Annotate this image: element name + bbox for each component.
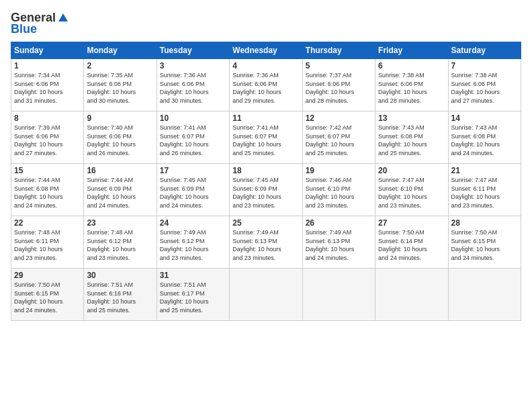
calendar-day-26: 26Sunrise: 7:49 AM Sunset: 6:13 PM Dayli…: [302, 216, 375, 269]
calendar-day-27: 27Sunrise: 7:50 AM Sunset: 6:14 PM Dayli…: [375, 216, 448, 269]
empty-cell: [230, 269, 302, 321]
calendar-day-15: 15Sunrise: 7:44 AM Sunset: 6:08 PM Dayli…: [11, 164, 84, 216]
page: General Blue SundayMondayTuesdayWednesda…: [0, 0, 532, 411]
weekday-header-wednesday: Wednesday: [230, 42, 302, 59]
weekday-header-row: SundayMondayTuesdayWednesdayThursdayFrid…: [11, 42, 521, 59]
day-number: 25: [232, 218, 299, 228]
calendar-day-1: 1Sunrise: 7:34 AM Sunset: 6:06 PM Daylig…: [11, 59, 84, 111]
calendar-week-5: 29Sunrise: 7:50 AM Sunset: 6:15 PM Dayli…: [11, 269, 521, 321]
day-info: Sunrise: 7:50 AM Sunset: 6:14 PM Dayligh…: [378, 228, 445, 262]
calendar-day-5: 5Sunrise: 7:37 AM Sunset: 6:06 PM Daylig…: [302, 59, 375, 111]
calendar-week-4: 22Sunrise: 7:48 AM Sunset: 6:11 PM Dayli…: [11, 216, 521, 269]
empty-cell: [302, 269, 375, 321]
day-number: 26: [306, 218, 372, 228]
day-info: Sunrise: 7:34 AM Sunset: 6:06 PM Dayligh…: [14, 71, 81, 105]
day-number: 24: [160, 218, 226, 228]
day-number: 8: [14, 113, 81, 123]
calendar-week-3: 15Sunrise: 7:44 AM Sunset: 6:08 PM Dayli…: [11, 164, 521, 216]
day-number: 15: [14, 166, 81, 175]
day-number: 30: [87, 271, 153, 280]
day-info: Sunrise: 7:43 AM Sunset: 6:08 PM Dayligh…: [378, 124, 445, 157]
svg-marker-0: [58, 13, 68, 21]
day-info: Sunrise: 7:47 AM Sunset: 6:11 PM Dayligh…: [451, 176, 518, 210]
day-info: Sunrise: 7:49 AM Sunset: 6:12 PM Dayligh…: [160, 228, 226, 262]
calendar-day-13: 13Sunrise: 7:43 AM Sunset: 6:08 PM Dayli…: [375, 111, 448, 164]
calendar-day-11: 11Sunrise: 7:41 AM Sunset: 6:07 PM Dayli…: [230, 111, 302, 164]
calendar-day-24: 24Sunrise: 7:49 AM Sunset: 6:12 PM Dayli…: [157, 216, 229, 269]
day-number: 19: [306, 166, 372, 175]
calendar-table: SundayMondayTuesdayWednesdayThursdayFrid…: [11, 42, 521, 321]
day-info: Sunrise: 7:50 AM Sunset: 6:15 PM Dayligh…: [451, 228, 518, 262]
day-info: Sunrise: 7:38 AM Sunset: 6:06 PM Dayligh…: [451, 71, 518, 105]
weekday-header-tuesday: Tuesday: [157, 42, 229, 59]
calendar-day-29: 29Sunrise: 7:50 AM Sunset: 6:15 PM Dayli…: [11, 269, 84, 321]
day-number: 6: [378, 61, 445, 71]
day-number: 11: [232, 113, 299, 123]
day-number: 10: [160, 113, 226, 123]
day-number: 9: [87, 113, 153, 123]
day-number: 3: [160, 61, 226, 71]
day-number: 21: [451, 166, 518, 175]
day-info: Sunrise: 7:43 AM Sunset: 6:08 PM Dayligh…: [451, 124, 518, 157]
calendar-day-6: 6Sunrise: 7:38 AM Sunset: 6:06 PM Daylig…: [375, 59, 448, 111]
day-number: 13: [378, 113, 445, 123]
calendar-day-20: 20Sunrise: 7:47 AM Sunset: 6:10 PM Dayli…: [375, 164, 448, 216]
day-info: Sunrise: 7:50 AM Sunset: 6:15 PM Dayligh…: [14, 281, 81, 314]
logo: General Blue: [11, 11, 69, 36]
calendar-day-7: 7Sunrise: 7:38 AM Sunset: 6:06 PM Daylig…: [448, 59, 521, 111]
calendar-day-4: 4Sunrise: 7:36 AM Sunset: 6:06 PM Daylig…: [230, 59, 302, 111]
calendar-day-8: 8Sunrise: 7:39 AM Sunset: 6:06 PM Daylig…: [11, 111, 84, 164]
day-number: 18: [232, 166, 299, 175]
calendar-day-25: 25Sunrise: 7:49 AM Sunset: 6:13 PM Dayli…: [230, 216, 302, 269]
weekday-header-thursday: Thursday: [302, 42, 375, 59]
empty-cell: [448, 269, 521, 321]
day-info: Sunrise: 7:40 AM Sunset: 6:06 PM Dayligh…: [87, 124, 153, 157]
day-number: 4: [232, 61, 299, 71]
day-number: 20: [378, 166, 445, 175]
day-info: Sunrise: 7:47 AM Sunset: 6:10 PM Dayligh…: [378, 176, 445, 210]
day-info: Sunrise: 7:36 AM Sunset: 6:06 PM Dayligh…: [232, 71, 299, 105]
day-number: 16: [87, 166, 153, 175]
day-info: Sunrise: 7:48 AM Sunset: 6:12 PM Dayligh…: [87, 228, 153, 262]
calendar-day-9: 9Sunrise: 7:40 AM Sunset: 6:06 PM Daylig…: [84, 111, 157, 164]
day-info: Sunrise: 7:41 AM Sunset: 6:07 PM Dayligh…: [232, 124, 299, 157]
day-info: Sunrise: 7:41 AM Sunset: 6:07 PM Dayligh…: [160, 124, 226, 157]
day-number: 14: [451, 113, 518, 123]
day-info: Sunrise: 7:49 AM Sunset: 6:13 PM Dayligh…: [306, 228, 372, 262]
weekday-header-friday: Friday: [375, 42, 448, 59]
day-info: Sunrise: 7:38 AM Sunset: 6:06 PM Dayligh…: [378, 71, 445, 105]
header: General Blue: [11, 11, 521, 36]
empty-cell: [375, 269, 448, 321]
day-number: 31: [160, 271, 226, 280]
day-info: Sunrise: 7:51 AM Sunset: 6:16 PM Dayligh…: [87, 281, 153, 314]
calendar-week-1: 1Sunrise: 7:34 AM Sunset: 6:06 PM Daylig…: [11, 59, 521, 111]
calendar-day-30: 30Sunrise: 7:51 AM Sunset: 6:16 PM Dayli…: [84, 269, 157, 321]
day-number: 27: [378, 218, 445, 228]
day-number: 22: [14, 218, 81, 228]
day-number: 23: [87, 218, 153, 228]
day-info: Sunrise: 7:39 AM Sunset: 6:06 PM Dayligh…: [14, 124, 81, 157]
day-number: 2: [87, 61, 153, 71]
day-number: 7: [451, 61, 518, 71]
day-number: 17: [160, 166, 226, 175]
calendar-day-10: 10Sunrise: 7:41 AM Sunset: 6:07 PM Dayli…: [157, 111, 229, 164]
day-info: Sunrise: 7:42 AM Sunset: 6:07 PM Dayligh…: [306, 124, 372, 157]
day-number: 5: [306, 61, 372, 71]
weekday-header-sunday: Sunday: [11, 42, 84, 59]
calendar-day-22: 22Sunrise: 7:48 AM Sunset: 6:11 PM Dayli…: [11, 216, 84, 269]
day-info: Sunrise: 7:36 AM Sunset: 6:06 PM Dayligh…: [160, 71, 226, 105]
day-info: Sunrise: 7:48 AM Sunset: 6:11 PM Dayligh…: [14, 228, 81, 262]
calendar-day-17: 17Sunrise: 7:45 AM Sunset: 6:09 PM Dayli…: [157, 164, 229, 216]
day-info: Sunrise: 7:49 AM Sunset: 6:13 PM Dayligh…: [232, 228, 299, 262]
calendar-day-2: 2Sunrise: 7:35 AM Sunset: 6:06 PM Daylig…: [84, 59, 157, 111]
day-number: 28: [451, 218, 518, 228]
calendar-day-16: 16Sunrise: 7:44 AM Sunset: 6:09 PM Dayli…: [84, 164, 157, 216]
calendar-day-12: 12Sunrise: 7:42 AM Sunset: 6:07 PM Dayli…: [302, 111, 375, 164]
day-info: Sunrise: 7:46 AM Sunset: 6:10 PM Dayligh…: [306, 176, 372, 210]
calendar-day-19: 19Sunrise: 7:46 AM Sunset: 6:10 PM Dayli…: [302, 164, 375, 216]
day-info: Sunrise: 7:51 AM Sunset: 6:17 PM Dayligh…: [160, 281, 226, 314]
logo-blue: Blue: [11, 22, 37, 36]
calendar-week-2: 8Sunrise: 7:39 AM Sunset: 6:06 PM Daylig…: [11, 111, 521, 164]
logo-icon: [57, 12, 69, 24]
calendar-day-21: 21Sunrise: 7:47 AM Sunset: 6:11 PM Dayli…: [448, 164, 521, 216]
